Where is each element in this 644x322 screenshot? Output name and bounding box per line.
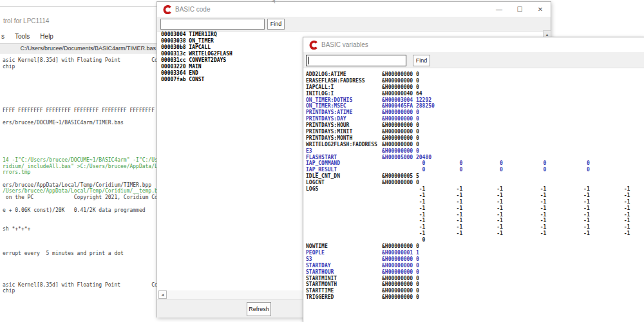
variable-name: E3 xyxy=(306,148,382,155)
console-line xyxy=(3,76,157,82)
close-button[interactable]: ✕ xyxy=(530,2,551,17)
variable-row: ON_TIMER:MSEC&H000465FA 288250 xyxy=(303,103,644,109)
console-line xyxy=(3,201,157,207)
variable-name: WRITELOG2FLASH:FADDRESS xyxy=(306,142,382,148)
variable-value: &H000465FA 288250 xyxy=(382,103,435,109)
console-window-title: trol for LPC1114 xyxy=(3,17,49,24)
console-line: chip xyxy=(3,288,157,294)
variable-name: ADD2LOG:ATIME xyxy=(306,71,382,78)
variable-name: NOWTIME xyxy=(306,243,382,250)
code-find-button[interactable]: Find xyxy=(267,19,285,30)
variable-row: ADD2LOG:ATIME&H00000000 0 xyxy=(303,71,644,78)
console-line xyxy=(3,257,157,263)
variable-row: IAPCALL:I&H00000000 0 xyxy=(303,84,644,91)
console-line xyxy=(3,138,157,145)
variable-name: LOGS xyxy=(306,186,382,193)
variables-list: ADD2LOG:ATIME&H00000000 0ERASEFLASH:FADD… xyxy=(303,68,644,301)
console-line: chip xyxy=(3,64,157,70)
menu-item[interactable]: Tools xyxy=(15,33,30,40)
console-line xyxy=(3,82,157,89)
console-line xyxy=(3,70,157,76)
variable-name: TRIGGERED xyxy=(306,294,382,301)
code-line: 000031cc CONVERT2DAYS xyxy=(161,57,232,64)
console-line xyxy=(3,151,157,157)
variable-value: &H00000000 0 xyxy=(382,116,419,122)
refresh-button[interactable]: Refresh xyxy=(247,302,271,316)
variable-row: STARTMONTH&H00000000 0 xyxy=(303,281,644,288)
code-line: 00007fab CONST xyxy=(161,77,232,83)
variables-window-titlebar[interactable]: BASIC variables xyxy=(303,37,644,52)
variable-row: -1 -1 -1 -1 -1 -1 xyxy=(303,193,644,199)
variable-row: NOWTIME&H00000000 0 xyxy=(303,243,644,250)
variable-row: S3&H00000000 0 xyxy=(303,256,644,263)
text-caret xyxy=(308,57,309,64)
variable-value: &H00000000 0 xyxy=(382,78,419,84)
variable-name: PRINTDAYS:HOUR xyxy=(306,122,382,129)
menu-item[interactable]: Help xyxy=(40,33,53,40)
variable-name: PRINTDAYS:MINIT xyxy=(306,129,382,135)
variable-value: &H00000000 0 xyxy=(382,148,419,154)
variable-row: -1 -1 -1 -1 -1 -1 xyxy=(303,231,644,237)
variable-row: PRINTDAYS:HOUR&H00000000 0 xyxy=(303,122,644,129)
variable-row: FLASHSTART&H00005000 20480 xyxy=(303,155,644,161)
console-line xyxy=(3,113,157,120)
menu-item[interactable]: s xyxy=(1,33,5,40)
variable-value: -1 -1 -1 -1 -1 -1 xyxy=(382,193,630,198)
horizontal-scrollbar[interactable] xyxy=(158,290,304,299)
variable-value: -1 -1 -1 -1 -1 -1 xyxy=(382,205,630,211)
variable-row: STARTDAY&H00000000 0 xyxy=(303,263,644,269)
variable-value: &H00000000 0 xyxy=(382,243,419,249)
variable-name: STARTMINIT xyxy=(306,276,382,282)
variable-value: -1 -1 -1 -1 -1 -1 xyxy=(382,186,630,192)
console-line xyxy=(3,132,157,138)
code-symbol-list: 00003004 TIMER1IRQ00003038 ON_TIMER00003… xyxy=(161,32,232,83)
variable-value: &H00000000 0 xyxy=(382,281,419,287)
console-line xyxy=(3,269,157,276)
console-line xyxy=(3,276,157,282)
console-line xyxy=(3,232,157,238)
console-line xyxy=(3,263,157,270)
variables-find-button[interactable]: Find xyxy=(413,55,430,66)
variable-name: LOGCNT xyxy=(306,180,382,186)
desktop: trol for LPC1114 sToolsHelp C:/Users/bru… xyxy=(0,0,644,322)
variable-row: IAP_COMMAND 0 0 0 0 0 xyxy=(303,160,644,167)
variable-row: -1 -1 -1 -1 -1 -1 xyxy=(303,218,644,224)
variable-row: -1 -1 -1 -1 -1 -1 xyxy=(303,205,644,212)
variable-value: 0 0 0 0 0 xyxy=(382,167,590,173)
variable-value: &H00000000 0 xyxy=(382,256,419,262)
variable-row: STARTMINIT&H00000000 0 xyxy=(303,276,644,282)
variable-value: &H00000000 0 xyxy=(382,122,419,128)
console-line: /Users/brucee/AppData/Local/Temp/Coridiu… xyxy=(3,188,157,194)
variable-value: &H00000005 5 xyxy=(382,173,419,179)
variable-row: IAP_RESULT 0 0 0 0 0 xyxy=(303,167,644,173)
variable-value: 0 xyxy=(382,237,425,243)
console-line xyxy=(3,213,157,220)
variable-value: &H00000000 0 xyxy=(382,263,419,269)
variable-row: PRINTDAYS:MINIT&H00000000 0 xyxy=(303,129,644,135)
code-window-titlebar[interactable]: BASIC code — ☐ ✕ xyxy=(157,2,551,17)
minimize-button[interactable]: — xyxy=(489,2,509,17)
console-path-tab[interactable]: C:/Users/brucee/Documents/BASIC4arm/TIME… xyxy=(0,43,157,53)
variable-name: PRINTDAYS:MONTH xyxy=(306,135,382,142)
variable-row: -1 -1 -1 -1 -1 -1 xyxy=(303,212,644,218)
maximize-button[interactable]: ☐ xyxy=(509,2,530,17)
coridium-logo-icon xyxy=(163,5,172,14)
code-search-input[interactable] xyxy=(160,19,265,30)
console-line xyxy=(3,220,157,226)
code-line: 00003038 ON_TIMER xyxy=(161,38,232,44)
variable-name: STARTTIME xyxy=(306,288,382,294)
variable-value: &H00000000 0 xyxy=(382,71,419,77)
console-line xyxy=(3,95,157,101)
variable-name: PEOPLE xyxy=(306,250,382,256)
code-line: 000030b8 IAPCALL xyxy=(161,44,232,51)
basic-variables-window: BASIC variables Find ADD2LOG:ATIME&H0000… xyxy=(303,37,644,322)
variable-value: -1 -1 -1 -1 -1 -1 xyxy=(382,218,630,223)
variable-value: &H00000000 0 xyxy=(382,109,419,115)
variables-search-input[interactable] xyxy=(306,55,406,66)
scrollbar-left-icon[interactable]: ◄ xyxy=(158,290,167,299)
console-line xyxy=(3,176,157,182)
variable-name: ON_TIMER:DOTHIS xyxy=(306,97,382,104)
console-line xyxy=(3,245,157,251)
variable-value: &H00000000 0 xyxy=(382,288,419,294)
console-line: FFFF FFFFFFFF FFFFFFFF FFFFFFFF FFFFFFFF… xyxy=(3,108,157,114)
